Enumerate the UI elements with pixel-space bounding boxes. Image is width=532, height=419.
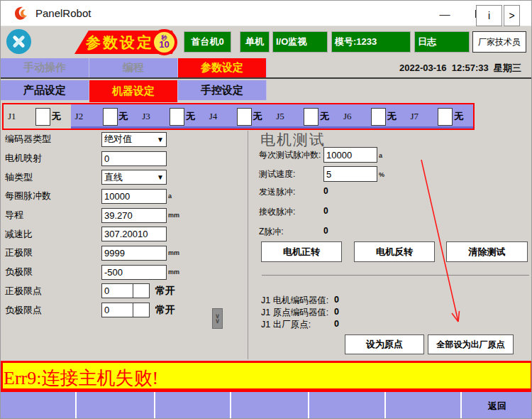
scroll-down-button[interactable]: ∨ ∨	[212, 308, 223, 329]
next-icon: >	[509, 10, 514, 21]
pulses-per-rev-input[interactable]	[104, 191, 164, 202]
form-row-negative-limit: 负极限 mm	[1, 263, 246, 282]
test-pulses-input[interactable]	[323, 147, 377, 163]
encoder-type-select[interactable]: 绝对值 ▼	[101, 132, 167, 147]
form-row-pulses-per-rev: 每圈脉冲数 a	[1, 187, 246, 206]
readout-label: J1 出厂原点:	[261, 319, 334, 331]
subtab-machine-settings[interactable]: 机器设定	[89, 80, 178, 102]
unit-label: mm	[168, 212, 179, 219]
joint-id: J5	[276, 111, 297, 122]
joint-state: 无	[186, 110, 195, 123]
lead-input[interactable]	[104, 210, 164, 221]
unit-label: mm	[168, 249, 179, 256]
set-all-factory-origin-button[interactable]: 全部设为出厂原点	[428, 334, 514, 354]
field-label: 发送脉冲:	[259, 186, 295, 198]
form-row-negative-limit-point: 负极限点 常开	[1, 300, 246, 320]
joint-id: J2	[75, 111, 96, 122]
io-monitor-button[interactable]: I/O监视	[272, 31, 328, 53]
bottom-bar-cell[interactable]	[231, 392, 309, 419]
bottom-bar-cell[interactable]	[1, 392, 77, 419]
positive-limit-point-input[interactable]	[104, 285, 131, 296]
negative-limit-point-input[interactable]	[104, 305, 131, 315]
single-mode-button[interactable]: 单机	[240, 31, 270, 53]
bottom-bar-cell[interactable]	[77, 392, 155, 419]
negative-limit-point-aux-box[interactable]	[133, 303, 150, 317]
error-next-button[interactable]: >	[504, 5, 520, 26]
joint-id: J4	[209, 111, 231, 122]
bottom-function-bar: 返回	[1, 391, 532, 419]
contact-state-label: 常开	[155, 304, 175, 317]
model-number-button[interactable]: 模号:1233	[331, 31, 411, 53]
joint-item-j2[interactable]: J2 无	[71, 104, 138, 129]
window-title: PanelRobot	[35, 7, 91, 19]
return-button[interactable]: 返回	[462, 392, 532, 419]
bottom-bar-cell[interactable]	[309, 392, 386, 419]
field-label: 测试速度:	[259, 168, 295, 180]
joint-state: 无	[119, 110, 128, 123]
panel-divider	[248, 131, 248, 359]
joint-checkbox[interactable]	[103, 108, 118, 126]
bottom-bar-cell[interactable]	[386, 392, 462, 419]
negative-limit-input[interactable]	[104, 267, 164, 278]
minimize-button[interactable]: —	[428, 1, 462, 26]
joint-id: J1	[8, 111, 29, 122]
readout-label: J1 电机编码器值:	[261, 295, 334, 307]
test-speed-input[interactable]	[323, 166, 377, 182]
unit-label: mm	[168, 268, 179, 276]
main-tab-bar: 手动操作 编程 参数设定 2022-03-16 12:57:33 星期三	[1, 58, 531, 79]
motor-mapping-input[interactable]	[104, 153, 164, 164]
datetime-display: 2022-03-16 12:57:33 星期三	[399, 62, 531, 75]
received-pulses-value: 0	[323, 206, 328, 216]
reduction-ratio-input[interactable]	[104, 229, 164, 239]
countdown-badge: 秒 10	[151, 29, 177, 55]
subtab-manual-control-settings[interactable]: 手控设定	[178, 80, 267, 100]
app-logo-icon	[13, 5, 30, 22]
form-row-motor-mapping: 电机映射	[1, 149, 246, 168]
log-button[interactable]: 日志	[414, 31, 470, 53]
tab-programming[interactable]: 编程	[89, 58, 178, 77]
motor-forward-button[interactable]: 电机正转	[261, 241, 342, 262]
toolbar: 参数设定 秒 10 首台机0 单机 I/O监视 模号:1233 日志 厂家技术员	[1, 27, 531, 58]
joint-state: 无	[52, 110, 61, 123]
joint-item-j4[interactable]: J4 无	[205, 104, 272, 129]
joint-state: 无	[320, 110, 329, 123]
bottom-bar-cell[interactable]	[155, 392, 231, 419]
joint-checkbox[interactable]	[304, 108, 318, 126]
clear-test-button[interactable]: 清除测试	[446, 241, 528, 262]
badge-value: 10	[159, 40, 169, 49]
joint-checkbox[interactable]	[438, 108, 453, 126]
motor-reverse-button[interactable]: 电机反转	[354, 241, 435, 262]
axis-parameter-form: 编码器类型 绝对值 ▼ 电机映射 轴类型 直线 ▼ 每圈脉冲数 a 导程 mm	[1, 130, 246, 320]
error-info-button[interactable]: i	[476, 5, 502, 26]
unit-label: %	[379, 171, 384, 178]
chevron-down-icon: ∨	[215, 319, 220, 324]
joint-checkbox[interactable]	[237, 108, 252, 126]
sent-pulses-value: 0	[323, 186, 328, 196]
set-origin-button[interactable]: 设为原点	[345, 334, 424, 354]
motor-test-title: 电机测试	[260, 130, 326, 150]
joint-item-j1[interactable]: J1 无	[4, 104, 71, 129]
positive-limit-input[interactable]	[104, 248, 164, 259]
joint-checkbox[interactable]	[170, 108, 184, 126]
joint-checkbox[interactable]	[371, 108, 386, 126]
joint-item-j7[interactable]: J7 无	[406, 104, 473, 129]
joint-checkbox[interactable]	[35, 108, 50, 126]
joint-item-j3[interactable]: J3 无	[138, 104, 205, 129]
field-label: 负极限点	[1, 304, 101, 317]
machine-select-button[interactable]: 首台机0	[184, 31, 231, 53]
tab-manual-operation[interactable]: 手动操作	[1, 58, 89, 77]
field-label: Z脉冲:	[259, 226, 284, 238]
form-row-encoder-type: 编码器类型 绝对值 ▼	[1, 130, 246, 149]
user-role-button[interactable]: 厂家技术员	[472, 31, 526, 53]
joint-item-j6[interactable]: J6 无	[339, 104, 406, 129]
tab-parameter-settings[interactable]: 参数设定	[178, 58, 267, 77]
z-pulse-value: 0	[323, 226, 328, 236]
joint-state: 无	[387, 110, 397, 123]
subtab-product-settings[interactable]: 产品设定	[1, 80, 89, 100]
readout-value: 0	[334, 307, 339, 319]
axis-type-select[interactable]: 直线 ▼	[101, 170, 167, 185]
positive-limit-point-aux-box[interactable]	[133, 283, 150, 298]
joint-item-j5[interactable]: J5 无	[272, 104, 339, 129]
form-row-reduction-ratio: 减速比	[1, 224, 246, 244]
field-label: 正极限	[1, 246, 101, 259]
